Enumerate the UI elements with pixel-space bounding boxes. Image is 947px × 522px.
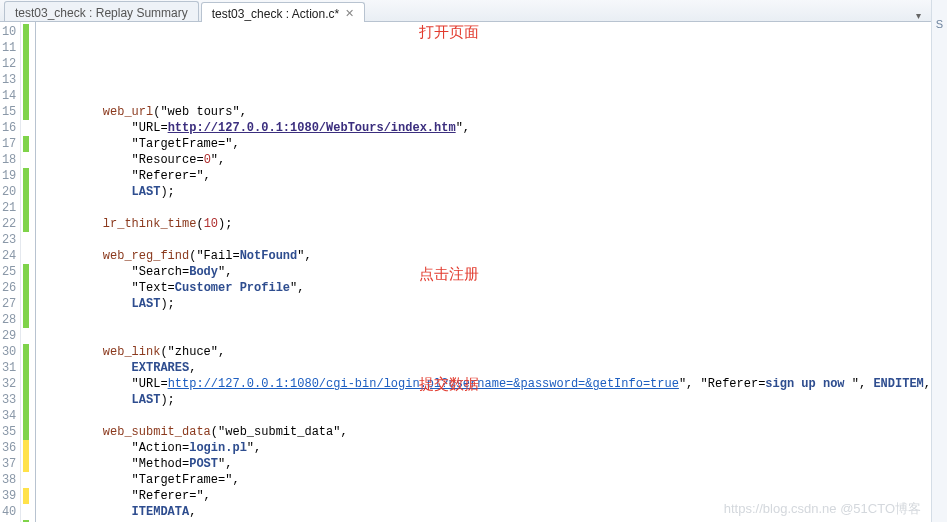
line-number: 14 <box>0 88 16 104</box>
code-line <box>45 232 931 248</box>
line-number: 20 <box>0 184 16 200</box>
line-number: 11 <box>0 40 16 56</box>
fold-gutter <box>29 22 39 522</box>
line-number: 26 <box>0 280 16 296</box>
code-line: "Method=POST", <box>45 456 931 472</box>
line-number: 10 <box>0 24 16 40</box>
line-number: 12 <box>0 56 16 72</box>
line-number: 16 <box>0 120 16 136</box>
line-number: 22 <box>0 216 16 232</box>
code-line: "Action=login.pl", <box>45 440 931 456</box>
code-line: ITEMDATA, <box>45 504 931 520</box>
line-number: 30 <box>0 344 16 360</box>
line-number: 39 <box>0 488 16 504</box>
close-icon[interactable]: ✕ <box>345 7 354 20</box>
code-line: lr_think_time(10); <box>45 216 931 232</box>
tab-overflow-dropdown[interactable]: ▾ <box>911 10 925 21</box>
code-line: web_submit_data("web_submit_data", <box>45 424 931 440</box>
line-number: 17 <box>0 136 16 152</box>
line-number: 29 <box>0 328 16 344</box>
line-number: 27 <box>0 296 16 312</box>
line-number: 36 <box>0 440 16 456</box>
change-marker <box>21 152 29 168</box>
tab-action-c[interactable]: test03_check : Action.c* ✕ <box>201 2 365 22</box>
change-marker <box>21 328 29 344</box>
right-strip-label: S <box>932 18 947 30</box>
tab-bar: test03_check : Replay Summary test03_che… <box>0 0 947 22</box>
code-line: web_url("web tours", <box>45 104 931 120</box>
line-number: 21 <box>0 200 16 216</box>
tab-replay-summary[interactable]: test03_check : Replay Summary <box>4 1 199 21</box>
code-editor[interactable]: 1011121314151617181920212223242526272829… <box>0 22 931 522</box>
change-marker-gutter <box>21 22 29 522</box>
line-number: 28 <box>0 312 16 328</box>
change-marker <box>21 232 29 248</box>
annotation-submit-data: 提交数据 <box>419 376 479 392</box>
code-line: LAST); <box>45 296 931 312</box>
line-number: 35 <box>0 424 16 440</box>
line-number: 31 <box>0 360 16 376</box>
change-marker <box>21 504 29 520</box>
line-number: 34 <box>0 408 16 424</box>
annotation-open-page: 打开页面 <box>419 24 479 40</box>
line-number: 38 <box>0 472 16 488</box>
code-line <box>45 408 931 424</box>
line-number: 19 <box>0 168 16 184</box>
line-number: 24 <box>0 248 16 264</box>
change-marker <box>21 120 29 136</box>
line-number: 37 <box>0 456 16 472</box>
code-line: "Text=Customer Profile", <box>45 280 931 296</box>
tab-label: test03_check : Replay Summary <box>15 6 188 20</box>
code-line: "Referer=", <box>45 488 931 504</box>
code-area[interactable]: 打开页面 点击注册 提交数据 web_url("web tours", "URL… <box>39 22 931 522</box>
line-number: 23 <box>0 232 16 248</box>
code-line <box>45 312 931 328</box>
code-line <box>45 200 931 216</box>
code-line: LAST); <box>45 392 931 408</box>
line-number: 13 <box>0 72 16 88</box>
code-line: "URL=http://127.0.0.1:1080/cgi-bin/login… <box>45 376 931 392</box>
tab-label: test03_check : Action.c* <box>212 7 339 21</box>
code-line: web_reg_find("Fail=NotFound", <box>45 248 931 264</box>
code-line: web_link("zhuce", <box>45 344 931 360</box>
right-strip: S <box>931 0 947 522</box>
line-number: 40 <box>0 504 16 520</box>
line-number: 25 <box>0 264 16 280</box>
code-line: EXTRARES, <box>45 360 931 376</box>
code-line: "Resource=0", <box>45 152 931 168</box>
code-line: "Search=Body", <box>45 264 931 280</box>
change-marker <box>21 248 29 264</box>
code-line: "Referer=", <box>45 168 931 184</box>
code-line: "TargetFrame=", <box>45 472 931 488</box>
annotation-click-register: 点击注册 <box>419 266 479 282</box>
change-marker <box>21 472 29 488</box>
code-line: "TargetFrame=", <box>45 136 931 152</box>
code-line <box>45 328 931 344</box>
code-line: LAST); <box>45 184 931 200</box>
line-number: 33 <box>0 392 16 408</box>
line-number: 18 <box>0 152 16 168</box>
line-number: 32 <box>0 376 16 392</box>
code-line: "URL=http://127.0.0.1:1080/WebTours/inde… <box>45 120 931 136</box>
line-number: 15 <box>0 104 16 120</box>
line-number-gutter: 1011121314151617181920212223242526272829… <box>0 22 21 522</box>
